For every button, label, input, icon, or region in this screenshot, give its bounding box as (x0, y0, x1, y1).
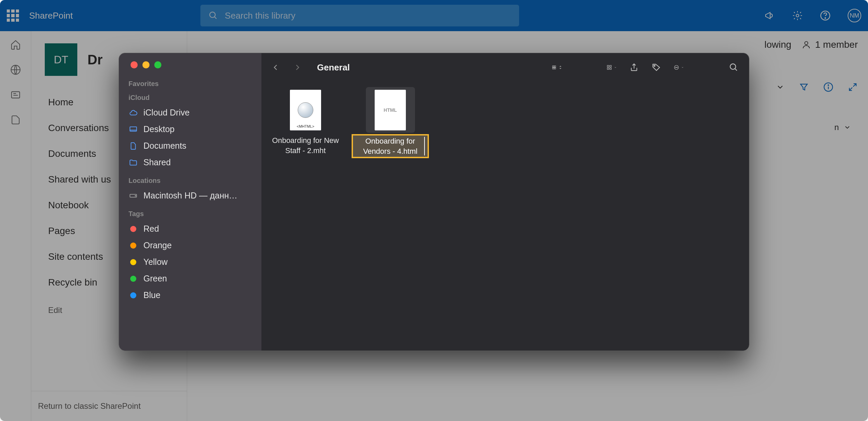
tag-label: Red (143, 224, 159, 234)
drive-icon (129, 191, 138, 201)
sidebar-tag-blue[interactable]: Blue (126, 287, 255, 303)
mht-file-icon (290, 90, 321, 130)
sidebar-tag-green[interactable]: Green (126, 270, 255, 287)
sidebar-item-label: Shared (143, 157, 171, 167)
sidebar-tag-red[interactable]: Red (126, 220, 255, 237)
sidebar-item-label: Desktop (143, 124, 175, 134)
tag-dot-icon (130, 243, 136, 249)
sidebar-icloud-drive[interactable]: iCloud Drive (126, 104, 255, 121)
share-button[interactable] (629, 62, 639, 72)
svg-point-29 (677, 67, 677, 67)
svg-point-30 (730, 64, 736, 69)
tag-button[interactable] (651, 62, 662, 72)
file-item[interactable]: HTML Onboarding for Vendors - 4.html (353, 87, 428, 157)
tag-label: Blue (143, 290, 160, 300)
folder-icon (129, 158, 138, 167)
tag-dot-icon (130, 226, 136, 232)
html-file-icon: HTML (375, 90, 406, 130)
chevron-updown-icon (559, 64, 562, 71)
forward-icon[interactable] (293, 63, 301, 71)
svg-rect-19 (552, 68, 554, 69)
chevron-down-icon (681, 65, 684, 70)
svg-rect-17 (552, 66, 554, 67)
finder-window: Favorites iCloud iCloud Drive Desktop Do… (119, 53, 749, 351)
tag-label: Orange (143, 240, 172, 250)
file-name-label[interactable]: Onboarding for Vendors - 4.html (353, 135, 428, 157)
tag-dot-icon (130, 292, 136, 298)
svg-rect-23 (607, 68, 609, 69)
tag-label: Green (143, 274, 167, 283)
file-item[interactable]: Onboarding for New Staff - 2.mht (268, 87, 343, 155)
svg-rect-18 (554, 66, 556, 67)
svg-rect-24 (610, 68, 611, 69)
document-icon (129, 141, 138, 151)
svg-rect-13 (130, 127, 137, 131)
file-name-label: Onboarding for New Staff - 2.mht (268, 135, 343, 155)
back-icon[interactable] (272, 63, 280, 71)
maximize-window-button[interactable] (154, 61, 161, 68)
sidebar-documents[interactable]: Documents (126, 138, 255, 154)
tag-dot-icon (130, 259, 136, 265)
sidebar-item-label: Macintosh HD — данн… (143, 191, 237, 201)
finder-toolbar: General (261, 53, 749, 82)
sidebar-shared[interactable]: Shared (126, 154, 255, 171)
more-button[interactable] (674, 62, 684, 72)
sidebar-macintosh-hd[interactable]: Macintosh HD — данн… (126, 187, 255, 204)
search-button[interactable] (729, 62, 739, 72)
file-icon-wrap (281, 87, 330, 133)
finder-main: General (261, 53, 749, 351)
svg-rect-21 (607, 65, 609, 67)
sidebar-tag-yellow[interactable]: Yellow (126, 254, 255, 270)
sidebar-tag-orange[interactable]: Orange (126, 237, 255, 254)
sidebar-item-label: Documents (143, 141, 186, 151)
finder-title: General (317, 62, 350, 73)
finder-sidebar: Favorites iCloud iCloud Drive Desktop Do… (119, 53, 261, 351)
sidebar-locations-header: Locations (129, 177, 252, 185)
sidebar-icloud-header: iCloud (129, 94, 252, 102)
svg-line-31 (735, 69, 737, 71)
group-button[interactable] (607, 62, 617, 72)
tag-label: Yellow (143, 257, 167, 267)
cloud-icon (129, 108, 138, 118)
icon-view-button[interactable] (552, 62, 562, 72)
minimize-window-button[interactable] (142, 61, 150, 68)
svg-rect-22 (610, 65, 611, 67)
sidebar-favorites-header: Favorites (129, 80, 252, 88)
window-controls (126, 61, 255, 68)
svg-point-28 (676, 67, 676, 67)
svg-point-25 (654, 65, 655, 67)
svg-point-27 (675, 67, 676, 67)
file-icon-wrap: HTML (366, 87, 415, 133)
sidebar-desktop[interactable]: Desktop (126, 121, 255, 138)
sidebar-item-label: iCloud Drive (143, 108, 190, 118)
sidebar-tags-header: Tags (129, 210, 252, 218)
tag-dot-icon (130, 276, 136, 282)
svg-point-16 (135, 195, 136, 196)
chevron-down-icon (614, 65, 617, 70)
close-window-button[interactable] (131, 61, 138, 68)
finder-file-area[interactable]: Onboarding for New Staff - 2.mht HTML On… (261, 82, 749, 351)
desktop-icon (129, 125, 138, 134)
svg-rect-20 (554, 68, 556, 69)
